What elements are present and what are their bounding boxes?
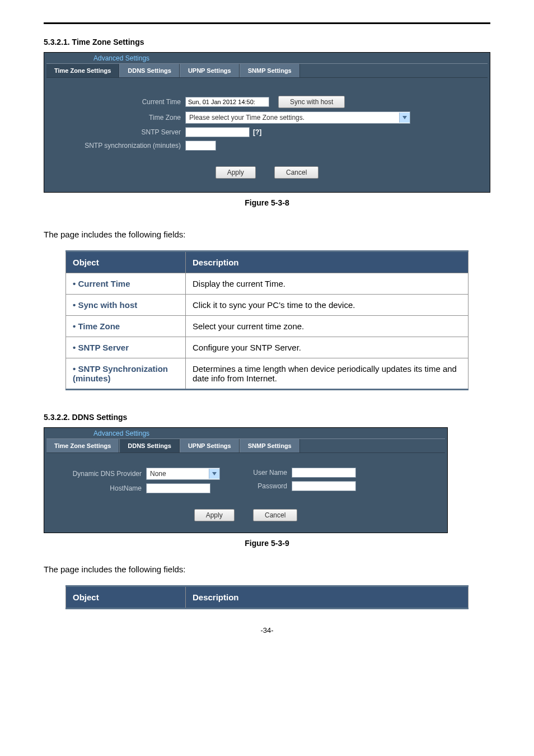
page-number: -34- — [44, 626, 490, 634]
tab-timezone[interactable]: Time Zone Settings — [46, 64, 119, 77]
chevron-down-icon — [399, 113, 410, 123]
figure-caption-2: Figure 5-3-9 — [44, 539, 490, 548]
section-number-2: 5.3.2.2. — [44, 413, 70, 422]
tab2-ddns[interactable]: DDNS Settings — [119, 439, 180, 452]
apply-button-2[interactable]: Apply — [194, 509, 235, 521]
panel-timezone: Advanced Settings Time Zone Settings DDN… — [44, 52, 490, 193]
label-provider: Dynamic DNS Provider — [58, 470, 146, 478]
section-title-2: DDNS Settings — [72, 413, 128, 422]
desc-sntp-sync: Determines a time length when device per… — [186, 358, 469, 390]
section-title-1: Time Zone Settings — [72, 38, 144, 46]
obj-sntp-sync: SNTP Synchronization (minutes) — [73, 364, 168, 383]
table-header-row: Object Description — [66, 251, 469, 273]
divider-top — [44, 22, 490, 24]
section-heading-2: 5.3.2.2. DDNS Settings — [44, 413, 490, 422]
select-time-zone[interactable]: Please select your Time Zone settings. — [185, 111, 410, 124]
form-ddns: Dynamic DNS Provider None HostName — [44, 453, 447, 533]
desc-tz: Select your current time zone. — [186, 316, 469, 337]
row-current-time: Current Time Sync with host — [58, 96, 476, 108]
input-hostname[interactable] — [146, 483, 210, 493]
sync-with-host-button[interactable]: Sync with host — [278, 96, 345, 108]
tab-upnp[interactable]: UPNP Settings — [180, 64, 240, 77]
cancel-button-1[interactable]: Cancel — [274, 166, 318, 179]
table-header-row: Object Description — [66, 586, 469, 609]
table-row: SNTP Server Configure your SNTP Server. — [66, 337, 469, 358]
tab-ddns[interactable]: DDNS Settings — [119, 64, 180, 77]
label-sntp-sync: SNTP synchronization (minutes) — [58, 142, 185, 150]
desc-sync: Click it to sync your PC's time to the d… — [186, 295, 469, 316]
table-intro-2: The page includes the following fields: — [44, 564, 490, 574]
desc-sntp: Configure your SNTP Server. — [186, 337, 469, 358]
label-current-time: Current Time — [58, 98, 185, 106]
th-object: Object — [66, 251, 186, 273]
form-timezone: Current Time Sync with host Time Zone Pl… — [44, 78, 490, 192]
select-time-zone-value: Please select your Time Zone settings. — [186, 114, 399, 122]
tab2-snmp[interactable]: SNMP Settings — [240, 439, 300, 452]
label-password: Password — [242, 482, 292, 490]
section-number-1: 5.3.2.1. — [44, 38, 70, 46]
select-provider[interactable]: None — [146, 468, 220, 480]
table-row: Current Time Display the current Time. — [66, 273, 469, 295]
tab-row-2: Time Zone Settings DDNS Settings UPNP Se… — [46, 438, 445, 453]
obj-current-time: Current Time — [73, 279, 130, 288]
fields-table-2: Object Description — [65, 585, 469, 609]
chevron-down-icon — [209, 469, 219, 479]
select-provider-value: None — [147, 470, 209, 478]
tab2-timezone[interactable]: Time Zone Settings — [46, 439, 119, 452]
row-time-zone: Time Zone Please select your Time Zone s… — [58, 111, 476, 124]
th-description-2: Description — [186, 586, 469, 609]
input-sntp-server[interactable] — [185, 127, 250, 137]
panel-title-2: Advanced Settings — [44, 428, 447, 438]
button-row-2: Apply Cancel — [58, 497, 434, 521]
row-username: User Name — [242, 468, 356, 478]
table-row: Time Zone Select your current time zone. — [66, 316, 469, 337]
th-description: Description — [186, 251, 469, 273]
figure-caption-1: Figure 5-3-8 — [44, 198, 490, 207]
tab-row-1: Time Zone Settings DDNS Settings UPNP Se… — [46, 63, 488, 78]
row-sntp-server: SNTP Server [?] — [58, 127, 476, 137]
row-sntp-sync: SNTP synchronization (minutes) — [58, 141, 476, 151]
button-row-1: Apply Cancel — [58, 154, 476, 179]
row-provider: Dynamic DNS Provider None — [58, 468, 220, 480]
input-sntp-sync[interactable] — [185, 141, 216, 151]
obj-tz: Time Zone — [73, 321, 120, 331]
section-heading-1: 5.3.2.1. Time Zone Settings — [44, 38, 490, 46]
th-object-2: Object — [66, 586, 186, 609]
desc-current-time: Display the current Time. — [186, 273, 469, 295]
input-password[interactable] — [292, 481, 356, 491]
help-icon[interactable]: [?] — [253, 128, 261, 136]
table-intro-1: The page includes the following fields: — [44, 230, 490, 239]
label-time-zone: Time Zone — [58, 114, 185, 122]
input-username[interactable] — [292, 468, 356, 478]
apply-button-1[interactable]: Apply — [216, 166, 256, 179]
tab2-upnp[interactable]: UPNP Settings — [180, 439, 240, 452]
panel-title-1: Advanced Settings — [44, 53, 490, 63]
input-current-time[interactable] — [185, 97, 269, 107]
table-row: SNTP Synchronization (minutes) Determine… — [66, 358, 469, 390]
row-password: Password — [242, 481, 356, 491]
table-row: Sync with host Click it to sync your PC'… — [66, 295, 469, 316]
cancel-button-2[interactable]: Cancel — [253, 509, 297, 521]
fields-table-1: Object Description Current Time Display … — [65, 250, 469, 390]
panel-ddns: Advanced Settings Time Zone Settings DDN… — [44, 427, 448, 533]
obj-sntp: SNTP Server — [73, 343, 129, 352]
label-username: User Name — [242, 469, 292, 477]
obj-sync: Sync with host — [73, 300, 137, 310]
label-sntp-server: SNTP Server — [58, 128, 185, 136]
row-hostname: HostName — [58, 483, 220, 493]
tab-snmp[interactable]: SNMP Settings — [240, 64, 300, 77]
label-hostname: HostName — [58, 484, 146, 492]
